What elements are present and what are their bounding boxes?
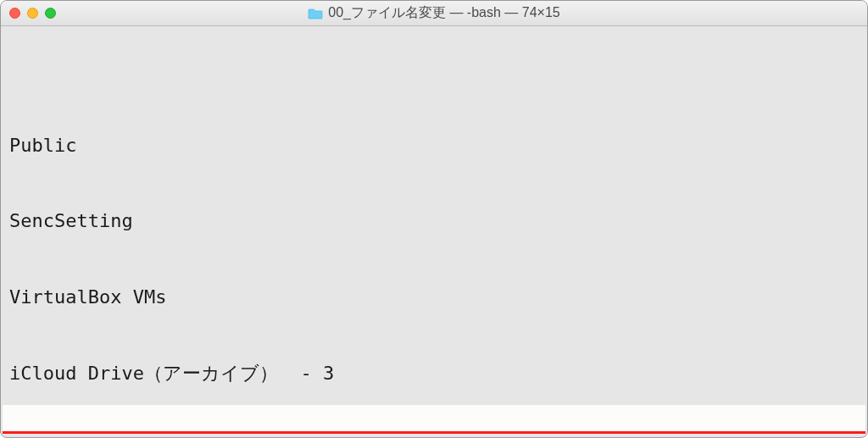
- output-line: Public: [9, 133, 859, 158]
- minimize-icon[interactable]: [27, 8, 38, 19]
- output-line: iCloud Drive（アーカイブ） - 3: [9, 361, 859, 386]
- terminal-body[interactable]: Public SencSetting VirtualBox VMs iCloud…: [1, 26, 867, 437]
- output-line: VirtualBox VMs: [9, 285, 859, 310]
- close-icon[interactable]: [9, 8, 20, 19]
- zoom-icon[interactable]: [45, 8, 56, 19]
- titlebar[interactable]: 00_ファイル名変更 — -bash — 74×15: [1, 1, 867, 26]
- window-title: 00_ファイル名変更 — -bash — 74×15: [1, 4, 867, 22]
- traffic-lights: [9, 8, 56, 19]
- window-title-text: 00_ファイル名変更 — -bash — 74×15: [328, 4, 559, 22]
- folder-icon: [308, 8, 323, 19]
- output-line: SencSetting: [9, 208, 859, 234]
- highlight-underline: [3, 405, 865, 434]
- output-line: works: [9, 437, 859, 438]
- terminal-window: 00_ファイル名変更 — -bash — 74×15 Public SencSe…: [0, 0, 868, 438]
